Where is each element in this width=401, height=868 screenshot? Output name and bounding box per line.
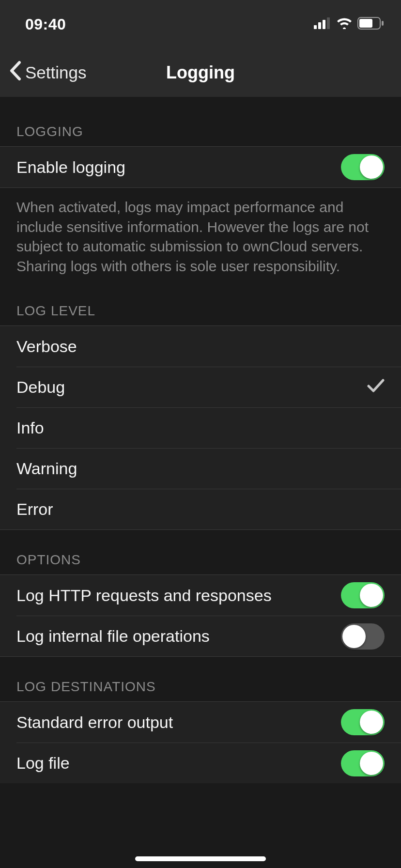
row-log-level-debug[interactable]: Debug bbox=[16, 367, 401, 407]
section-header-options: OPTIONS bbox=[0, 530, 401, 574]
enable-logging-label: Enable logging bbox=[16, 158, 125, 177]
nav-bar: Settings Logging bbox=[0, 48, 401, 97]
log-level-label: Verbose bbox=[16, 337, 77, 356]
section-footer-logging: When activated, logs may impact performa… bbox=[0, 188, 401, 281]
section-header-logging: LOGGING bbox=[0, 97, 401, 146]
page-title: Logging bbox=[166, 62, 235, 83]
section-header-log-level: LOG LEVEL bbox=[0, 281, 401, 326]
row-log-level-error[interactable]: Error bbox=[16, 489, 401, 529]
stderr-label: Standard error output bbox=[16, 713, 173, 732]
log-http-switch[interactable] bbox=[341, 582, 385, 608]
svg-rect-1 bbox=[318, 22, 321, 29]
status-indicators bbox=[314, 17, 385, 31]
log-level-label: Error bbox=[16, 500, 53, 519]
log-http-label: Log HTTP requests and responses bbox=[16, 586, 272, 605]
row-log-file[interactable]: Log file bbox=[16, 743, 401, 783]
back-label: Settings bbox=[25, 63, 86, 82]
checkmark-icon bbox=[367, 378, 385, 397]
row-enable-logging[interactable]: Enable logging bbox=[0, 147, 401, 187]
row-stderr[interactable]: Standard error output bbox=[0, 702, 401, 743]
row-log-level-verbose[interactable]: Verbose bbox=[0, 326, 401, 367]
group-logging: Enable logging bbox=[0, 146, 401, 188]
svg-rect-6 bbox=[382, 21, 384, 26]
status-time: 09:40 bbox=[25, 16, 66, 33]
log-level-label: Debug bbox=[16, 378, 65, 397]
row-log-fileops[interactable]: Log internal file operations bbox=[16, 616, 401, 656]
log-file-label: Log file bbox=[16, 754, 70, 773]
group-log-level: Verbose Debug Info Warning Error bbox=[0, 326, 401, 530]
log-fileops-switch[interactable] bbox=[341, 623, 385, 650]
section-header-destinations: LOG DESTINATIONS bbox=[0, 657, 401, 701]
svg-rect-3 bbox=[327, 17, 330, 29]
group-options: Log HTTP requests and responses Log inte… bbox=[0, 574, 401, 657]
back-button[interactable]: Settings bbox=[9, 61, 166, 85]
log-fileops-label: Log internal file operations bbox=[16, 627, 210, 646]
log-file-switch[interactable] bbox=[341, 750, 385, 776]
stderr-switch[interactable] bbox=[341, 709, 385, 735]
row-log-http[interactable]: Log HTTP requests and responses bbox=[0, 575, 401, 616]
wifi-icon bbox=[336, 17, 353, 31]
svg-rect-0 bbox=[314, 25, 317, 29]
enable-logging-switch[interactable] bbox=[341, 154, 385, 180]
home-indicator[interactable] bbox=[135, 856, 266, 861]
row-log-level-info[interactable]: Info bbox=[16, 407, 401, 448]
group-destinations: Standard error output Log file bbox=[0, 701, 401, 783]
log-level-label: Info bbox=[16, 418, 44, 437]
svg-rect-5 bbox=[359, 19, 372, 28]
cellular-icon bbox=[314, 17, 331, 31]
battery-icon bbox=[357, 17, 385, 31]
row-log-level-warning[interactable]: Warning bbox=[16, 448, 401, 489]
log-level-label: Warning bbox=[16, 459, 77, 478]
chevron-left-icon bbox=[9, 61, 21, 85]
svg-rect-2 bbox=[323, 20, 325, 29]
status-bar: 09:40 bbox=[0, 0, 401, 48]
